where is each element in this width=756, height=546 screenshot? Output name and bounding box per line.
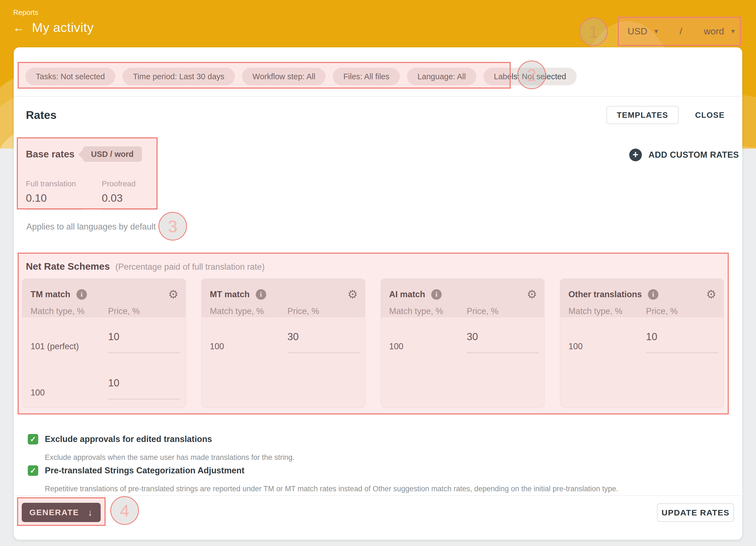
price-column-header: Price, % [287, 306, 319, 316]
checkbox-checked-icon[interactable]: ✓ [28, 434, 38, 445]
net-rate-schemes-section: Net Rate Schemes (Percentage paid of ful… [18, 252, 729, 415]
match-type-value: 100 [568, 342, 583, 352]
currency-value: USD [628, 26, 647, 37]
checkbox-checked-icon[interactable]: ✓ [28, 465, 38, 476]
match-type-value: 100 [210, 342, 224, 352]
proofread-input[interactable]: 0.03 [102, 192, 157, 210]
match-type-column-header: Match type, % [568, 306, 622, 316]
rate-card-ai-match: AI match i ⚙ Match type, % Price, % 100 … [381, 279, 545, 408]
filter-chip-files[interactable]: Files: All files [333, 68, 400, 85]
full-translation-input[interactable]: 0.10 [26, 192, 83, 210]
price-input[interactable]: 10 [108, 377, 180, 399]
option-description: Repetitive translations of pre-translate… [45, 485, 618, 493]
chevron-down-icon: ▾ [655, 27, 658, 35]
option-pretranslated-adjustment: ✓ Pre-translated Strings Categorization … [28, 465, 618, 493]
proofread-label: Proofread [102, 179, 157, 188]
filter-chips-row: Tasks: Not selected Time period: Last 30… [25, 68, 577, 85]
rate-card-title: MT match [210, 290, 250, 300]
rate-card-tm-match: TM match i ⚙ Match type, % Price, % 101 … [22, 279, 186, 408]
rate-card-header: TM match i ⚙ Match type, % Price, % [22, 279, 186, 317]
base-rates-section: Base rates USD / word Full translation 0… [26, 146, 157, 210]
match-type-value: 101 (perfect) [31, 342, 79, 352]
option-description: Exclude approvals when the same user has… [45, 453, 295, 462]
match-type-value: 100 [31, 388, 45, 398]
match-type-column-header: Match type, % [31, 306, 84, 316]
currency-dropdown[interactable]: USD ▾ [628, 26, 658, 37]
rate-card-other-translations: Other translations i ⚙ Match type, % Pri… [560, 279, 724, 408]
filter-chip-workflow-step[interactable]: Workflow step: All [242, 68, 326, 85]
gear-icon[interactable]: ⚙ [527, 288, 537, 301]
back-arrow-icon[interactable]: ← [13, 21, 25, 34]
filter-chip-labels[interactable]: Labels: Not selected [483, 68, 577, 85]
price-column-header: Price, % [467, 306, 498, 316]
rate-card-title: AI match [389, 290, 425, 300]
report-unit-selector: USD ▾ / word ▾ [628, 21, 735, 41]
price-input[interactable]: 30 [467, 331, 539, 353]
add-custom-rates-button[interactable]: + ADD CUSTOM RATES [629, 149, 739, 161]
plus-icon: + [629, 149, 642, 161]
rate-row: 100 10 [31, 377, 179, 401]
gear-icon[interactable]: ⚙ [168, 288, 178, 301]
net-rate-schemes-title: Net Rate Schemes [26, 261, 110, 272]
option-exclude-approvals: ✓ Exclude approvals for edited translati… [28, 434, 295, 462]
filter-chip-language[interactable]: Language: All [407, 68, 476, 85]
net-rate-schemes-subtitle: (Percentage paid of full translation rat… [115, 262, 265, 272]
rate-row: 100 30 [389, 331, 538, 355]
templates-button[interactable]: TEMPLATES [606, 106, 679, 124]
price-input[interactable]: 30 [287, 331, 359, 353]
unit-separator: / [680, 26, 682, 37]
option-label[interactable]: Pre-translated Strings Categorization Ad… [45, 465, 618, 476]
rate-row: 100 30 [210, 331, 358, 355]
close-button[interactable]: CLOSE [686, 106, 734, 124]
price-column-header: Price, % [108, 306, 140, 316]
rate-card-title: TM match [31, 290, 70, 300]
base-rates-unit-chip: USD / word [83, 146, 142, 162]
download-arrow-icon: ↓ [88, 507, 93, 518]
rates-section-title: Rates [26, 109, 606, 122]
update-rates-button[interactable]: UPDATE RATES [657, 503, 734, 522]
option-label[interactable]: Exclude approvals for edited translation… [45, 434, 295, 445]
chevron-down-icon: ▾ [731, 27, 735, 35]
rate-card-title: Other translations [568, 290, 642, 300]
info-icon[interactable]: i [648, 289, 658, 300]
price-input[interactable]: 10 [646, 331, 718, 353]
rate-card-header: Other translations i ⚙ Match type, % Pri… [560, 279, 724, 317]
price-input[interactable]: 10 [108, 331, 180, 353]
rate-card-mt-match: MT match i ⚙ Match type, % Price, % 100 … [201, 279, 365, 408]
base-rates-title: Base rates [26, 149, 75, 160]
rate-row: 100 10 [568, 331, 717, 355]
gear-icon[interactable]: ⚙ [706, 288, 716, 301]
base-rates-note: Applies to all languages by default [26, 222, 156, 232]
divider [14, 495, 742, 496]
rate-card-header: MT match i ⚙ Match type, % Price, % [202, 279, 365, 317]
breadcrumb[interactable]: Reports [13, 8, 38, 17]
rate-row: 101 (perfect) 10 [31, 331, 179, 355]
generate-button[interactable]: GENERATE ↓ [22, 503, 101, 522]
page-title: My activity [32, 20, 94, 35]
match-type-column-header: Match type, % [389, 306, 443, 316]
filter-chip-time-period[interactable]: Time period: Last 30 days [122, 68, 235, 85]
generate-button-label: GENERATE [29, 508, 79, 517]
price-column-header: Price, % [646, 306, 678, 316]
rate-card-header: AI match i ⚙ Match type, % Price, % [381, 279, 544, 317]
gear-icon[interactable]: ⚙ [347, 288, 358, 301]
add-custom-rates-label: ADD CUSTOM RATES [648, 150, 739, 160]
unit-value: word [704, 26, 724, 37]
match-type-column-header: Match type, % [210, 306, 264, 316]
divider [14, 96, 742, 97]
info-icon[interactable]: i [76, 289, 87, 300]
info-icon[interactable]: i [431, 289, 442, 300]
match-type-value: 100 [389, 342, 403, 352]
info-icon[interactable]: i [256, 289, 266, 300]
unit-dropdown[interactable]: word ▾ [704, 26, 735, 37]
filter-chip-tasks[interactable]: Tasks: Not selected [25, 68, 115, 85]
full-translation-label: Full translation [26, 179, 83, 188]
